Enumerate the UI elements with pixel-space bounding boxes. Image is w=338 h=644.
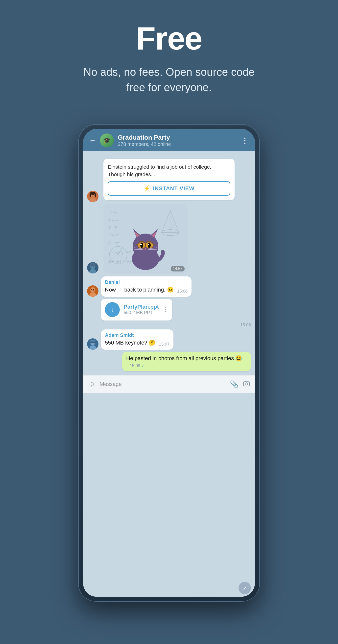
sticker-container: l = πr A = πr² V = l² P = 2πr A = πr² s … <box>103 204 188 274</box>
svg-point-49 <box>91 289 92 290</box>
svg-point-33 <box>140 244 142 245</box>
svg-point-7 <box>94 193 96 197</box>
file-info: PartyPlan.ppt 550.2 MB PPT <box>124 304 159 315</box>
file-size: 550.2 MB PPT <box>124 310 159 315</box>
svg-rect-57 <box>90 342 96 343</box>
chat-name: Graduation Party <box>118 134 237 142</box>
avatar-female <box>87 191 98 202</box>
emoji-button[interactable]: ☺ <box>88 380 95 388</box>
sticker-bg: l = πr A = πr² V = l² P = 2πr A = πr² s … <box>103 204 188 274</box>
svg-rect-14 <box>90 264 96 266</box>
avatar-daniel <box>87 285 98 297</box>
lightning-icon: ⚡ <box>143 185 150 192</box>
message-time-daniel: 15:06 <box>177 289 188 294</box>
chat-area: Einstein struggled to find a job out of … <box>83 151 255 597</box>
avatar-adam <box>87 338 98 350</box>
instant-view-label: INSTANT VIEW <box>153 185 195 192</box>
link-preview-text: Einstein struggled to find a job out of … <box>108 163 230 178</box>
message-row-daniel: Daniel Now — back to planning. 😉 15:06 <box>83 276 255 297</box>
file-bubble: ↓ PartyPlan.ppt 550.2 MB PPT ⋮ <box>101 299 172 320</box>
file-menu-button[interactable]: ⋮ <box>163 306 168 313</box>
hero-subtitle: No ads, no fees. Open source code free f… <box>82 64 256 95</box>
svg-line-21 <box>118 248 122 255</box>
group-avatar: 🎓 <box>100 134 114 148</box>
message-row-file: ↓ PartyPlan.ppt 550.2 MB PPT ⋮ <box>83 299 255 320</box>
message-input-bar: ☺ Message 📎 <box>83 375 255 393</box>
hero-title: Free <box>136 20 202 57</box>
svg-point-31 <box>140 242 143 248</box>
message-text-daniel: Now — back to planning. 😉 <box>105 286 174 294</box>
share-button[interactable]: ↗ <box>239 582 251 594</box>
file-name: PartyPlan.ppt <box>124 304 159 310</box>
message-time-adam: 15:07 <box>159 342 169 347</box>
bubble-daniel: Daniel Now — back to planning. 😉 15:06 <box>101 276 192 297</box>
attach-button[interactable]: 📎 <box>230 380 239 388</box>
bubble-adam: Adam Smidt 550 MB keynote? 🤔 15:07 <box>101 330 173 350</box>
file-download-button[interactable]: ↓ <box>105 302 120 317</box>
cat-sticker <box>124 220 167 271</box>
camera-button[interactable] <box>243 380 250 389</box>
message-row-outgoing: He pasted in photos from all previous pa… <box>83 352 255 372</box>
hero-section: Free No ads, no fees. Open source code f… <box>0 0 338 110</box>
sticker-row: l = πr A = πr² V = l² P = 2πr A = πr² s … <box>83 204 255 274</box>
message-input[interactable]: Message <box>100 379 225 389</box>
file-timestamp: 15:06 <box>240 322 251 327</box>
sender-name-adam: Adam Smidt <box>105 332 169 338</box>
svg-line-43 <box>134 250 143 250</box>
phone-screen: ← 🎓 Graduation Party 278 members, 42 onl… <box>83 129 255 597</box>
message-checkmark: ✓ <box>141 363 145 368</box>
link-card: Einstein struggled to find a job out of … <box>103 159 251 202</box>
svg-point-47 <box>90 287 95 292</box>
chat-header: ← 🎓 Graduation Party 278 members, 42 onl… <box>83 129 255 151</box>
chat-info: Graduation Party 278 members, 42 online <box>118 134 237 147</box>
svg-point-59 <box>245 383 248 385</box>
chat-menu-button[interactable]: ⋮ <box>241 136 249 145</box>
phone-wrapper: ← 🎓 Graduation Party 278 members, 42 onl… <box>79 124 259 601</box>
svg-point-32 <box>148 242 151 248</box>
svg-point-34 <box>148 244 149 245</box>
svg-point-6 <box>90 193 91 197</box>
chat-members: 278 members, 42 online <box>118 142 237 147</box>
avatar-male1 <box>87 262 98 274</box>
message-time-outgoing: 15:08 <box>130 363 140 368</box>
svg-line-45 <box>148 250 157 250</box>
svg-rect-58 <box>244 382 249 386</box>
svg-text:θ: θ <box>122 252 123 255</box>
message-text-adam: 550 MB keynote? 🤔 <box>105 339 155 347</box>
svg-line-18 <box>170 222 175 232</box>
link-preview-row: Einstein struggled to find a job out of … <box>83 155 255 204</box>
instant-view-button[interactable]: ⚡ INSTANT VIEW <box>108 181 230 196</box>
svg-point-50 <box>93 289 94 290</box>
message-text-outgoing: He pasted in photos from all previous pa… <box>126 355 242 362</box>
bubble-outgoing: He pasted in photos from all previous pa… <box>122 352 251 372</box>
back-button[interactable]: ← <box>89 136 96 144</box>
message-row-adam: Adam Smidt 550 MB keynote? 🤔 15:07 <box>83 330 255 350</box>
sender-name-daniel: Daniel <box>105 280 188 285</box>
phone-outer: ← 🎓 Graduation Party 278 members, 42 onl… <box>79 124 259 601</box>
sticker-timestamp: 14:58 <box>171 266 185 272</box>
